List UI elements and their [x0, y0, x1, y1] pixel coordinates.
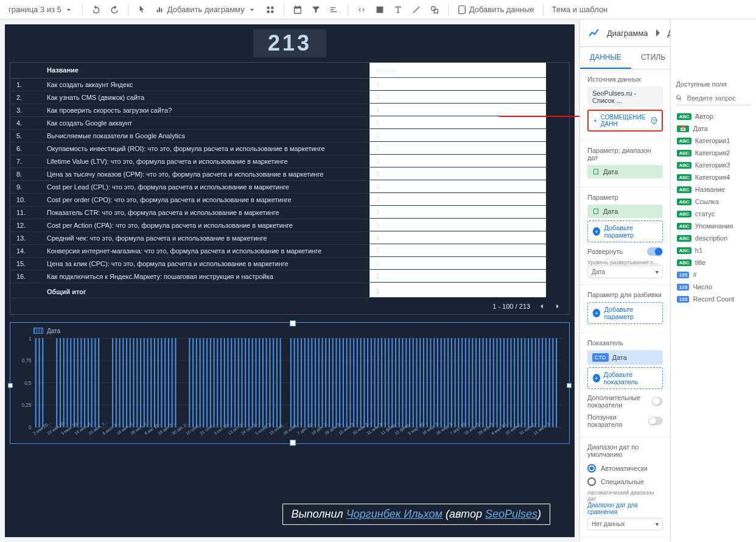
table-row[interactable]: 2.Как узнать CMS (движок) сайта1	[10, 91, 569, 104]
col-status[interactable]: статус	[369, 63, 546, 78]
chart-type-icon[interactable]	[587, 26, 602, 40]
plus-icon: +	[593, 118, 597, 124]
svg-rect-125	[469, 338, 470, 427]
undo-icon	[91, 5, 101, 15]
toolbar: граница 3 из 5 Добавить диаграмму Добави…	[0, 0, 756, 19]
svg-rect-132	[493, 338, 494, 427]
blend-data-button[interactable]: + СОВМЕЩЕНИЕ ДАНН ?	[587, 110, 663, 132]
svg-rect-145	[538, 338, 539, 427]
redo-button[interactable]	[106, 2, 123, 17]
add-breakdown-button[interactable]: +Добавьте параметр	[587, 302, 663, 324]
field-item[interactable]: ABCНазвание	[671, 183, 756, 195]
image-button[interactable]	[371, 2, 388, 17]
svg-rect-121	[455, 338, 456, 427]
field-item[interactable]: 123Record Count	[671, 293, 756, 305]
scorecard[interactable]: 213	[253, 29, 326, 57]
select-tool[interactable]	[133, 2, 150, 17]
svg-rect-85	[329, 338, 330, 427]
table-row[interactable]: 14.Конверсия интернет-магазина: что это,…	[10, 244, 569, 257]
drill-level-select[interactable]: Дата▾	[587, 266, 663, 278]
svg-rect-104	[395, 338, 396, 427]
table-row[interactable]: 11.Показатель CTR: что это, формула расч…	[10, 206, 569, 219]
author-link[interactable]: Чоргинбек Ильхом	[346, 508, 443, 520]
theme-button[interactable]: Тема и шаблон	[548, 2, 612, 16]
drill-down-toggle[interactable]	[647, 247, 663, 256]
field-item[interactable]: ABCУпоминания	[671, 220, 756, 232]
data-control[interactable]	[326, 2, 343, 17]
next-page-icon[interactable]	[553, 302, 562, 311]
text-button[interactable]	[390, 2, 407, 17]
undo-button[interactable]	[88, 2, 105, 17]
date-dimension-chip[interactable]: Дата	[587, 165, 663, 178]
field-item[interactable]: ABCtitle	[671, 256, 756, 269]
table-row[interactable]: 8.Цена за тысячу показов (CPM): что это,…	[10, 167, 569, 180]
config-panel: Диаграмма Динами... ДАННЫЕ СТИЛЬ Источни…	[580, 19, 671, 542]
field-item[interactable]: ABCАвтор	[671, 110, 756, 122]
svg-rect-42	[161, 338, 162, 427]
site-link[interactable]: SeoPulses	[485, 508, 537, 520]
metric-sliders-toggle[interactable]	[648, 417, 663, 425]
table-row[interactable]: 13.Средний чек: что это, формула расчета…	[10, 231, 569, 244]
svg-rect-113	[427, 338, 428, 427]
community-viz-button[interactable]	[262, 2, 279, 17]
breadcrumb[interactable]: Диаграмма Динами...	[607, 26, 671, 40]
time-series-chart[interactable]: Дата 00,250,50,751 2 мая 20...23 мая 20.…	[10, 322, 570, 444]
filter-control[interactable]	[307, 2, 324, 17]
table-row[interactable]: 9.Cost per Lead (CPL): что это, формула …	[10, 180, 569, 193]
data-source-chip[interactable]: SeoPulses.ru - Список ...	[587, 86, 663, 107]
field-item[interactable]: ABCстатус	[671, 208, 756, 220]
line-button[interactable]	[408, 2, 425, 17]
range-custom-radio[interactable]: Специальные	[587, 475, 663, 488]
fields-search[interactable]	[676, 91, 751, 105]
canvas[interactable]: 213 Название статус 1.Как создать аккаун…	[0, 19, 579, 542]
table-row[interactable]: 15.Цена за клик (CPC): что это, формула …	[10, 257, 569, 270]
field-item[interactable]: ABCКатегория1	[671, 135, 756, 147]
table-row[interactable]: 3.Как проверить скорость загрузки сайта?…	[10, 104, 569, 116]
add-dimension-button[interactable]: +Добавьте параметр	[587, 220, 663, 242]
svg-rect-111	[419, 338, 421, 427]
compare-select[interactable]: Нет данных▾	[587, 518, 663, 530]
optional-metrics-toggle[interactable]	[652, 397, 663, 406]
table-row[interactable]: 12.Cost per Action (CPA): что это, форму…	[10, 219, 569, 231]
field-item[interactable]: ABCКатегория3	[671, 159, 756, 171]
svg-rect-97	[371, 338, 372, 427]
add-data-button[interactable]: Добавить данные	[453, 2, 538, 17]
search-input[interactable]	[687, 94, 751, 102]
field-item[interactable]: ABCh1	[671, 244, 756, 256]
date-control[interactable]	[289, 2, 306, 17]
table-row[interactable]: 6.Окупаемость инвестиций (ROI): что это,…	[10, 142, 569, 155]
add-chart-button[interactable]: Добавить диаграмму	[152, 2, 261, 17]
prev-page-icon[interactable]	[537, 302, 546, 311]
field-item[interactable]: ABCСсылка	[671, 195, 756, 208]
field-item[interactable]: ABCdescription	[671, 232, 756, 244]
tab-data[interactable]: ДАННЫЕ	[580, 47, 631, 69]
svg-rect-31	[122, 338, 124, 427]
field-item[interactable]: ABCКатегория4	[671, 171, 756, 183]
data-table[interactable]: Название статус 1.Как создать аккаунт Ян…	[10, 62, 570, 315]
svg-rect-147	[545, 338, 547, 427]
page-selector[interactable]: граница 3 из 5	[5, 2, 77, 17]
field-item[interactable]: 123#	[671, 269, 756, 281]
table-row[interactable]: 1.Как создать аккаунт Яндекс1	[10, 78, 569, 91]
table-row[interactable]: 5.Вычисляемые показатели в Google Analyt…	[10, 129, 569, 142]
col-name[interactable]: Название	[41, 63, 369, 78]
table-row[interactable]: 16.Как подключиться к Яндекс.Маркету: по…	[10, 270, 569, 283]
tab-style[interactable]: СТИЛЬ	[631, 47, 671, 69]
metric-chip[interactable]: CTD Дата	[587, 350, 663, 365]
dimension-chip[interactable]: Дата	[587, 205, 663, 218]
svg-rect-61	[238, 338, 239, 427]
sliders-icon	[329, 5, 339, 15]
svg-rect-143	[531, 338, 533, 427]
table-row[interactable]: 10.Cost per order (CPO): что это, формул…	[10, 193, 569, 206]
svg-rect-40	[154, 338, 155, 427]
url-embed[interactable]	[353, 2, 370, 17]
field-item[interactable]: 123Число	[671, 281, 756, 293]
add-metric-button[interactable]: +Добавьте показатель	[587, 367, 663, 389]
field-item[interactable]: ABCКатегория2	[671, 147, 756, 159]
svg-rect-110	[416, 338, 417, 427]
range-auto-radio[interactable]: Автоматически	[587, 462, 663, 475]
shape-button[interactable]	[426, 2, 443, 17]
field-item[interactable]: 📅Дата	[671, 122, 756, 135]
table-row[interactable]: 7.Lifetime Value (LTV): что это, формула…	[10, 155, 569, 167]
table-row[interactable]: 4.Как создать Google аккаунт1	[10, 116, 569, 129]
